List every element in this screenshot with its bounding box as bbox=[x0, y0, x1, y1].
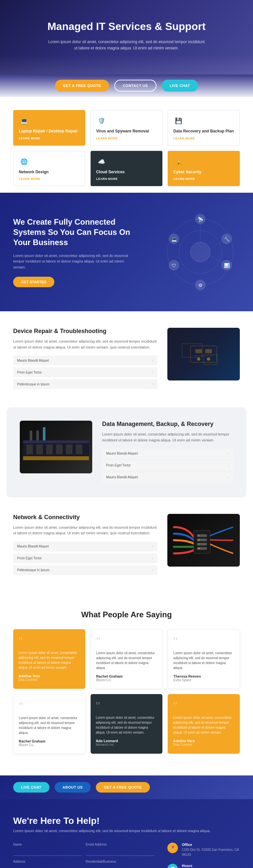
cta-bar: GET A FREE QUOTE CONTACT US LIVE CHAT bbox=[0, 74, 253, 97]
connected-text: We Create Fully Connected Systems So You… bbox=[13, 217, 134, 287]
list-item[interactable]: Mauris Blandit Aliquet › bbox=[13, 355, 157, 365]
svg-text:🛡: 🛡 bbox=[171, 263, 176, 268]
contact-form: Name Email Address Address Residential/B… bbox=[13, 843, 154, 868]
list-item-text: Proin Eget Tortor bbox=[106, 463, 131, 467]
list-item[interactable]: Proin Eget Tortor › bbox=[13, 367, 157, 377]
testimonial-company-5: Monarch Inc bbox=[96, 743, 157, 746]
list-item-text: Proin Eget Tortor bbox=[17, 556, 42, 560]
testimonial-company-3: Extra Space bbox=[173, 678, 234, 682]
testimonial-author-4: Rachel Graham bbox=[19, 739, 80, 743]
svg-text:📡: 📡 bbox=[198, 217, 203, 222]
bottom-about-button[interactable]: ABOUT US bbox=[55, 782, 91, 793]
testimonial-card-5: " Lorem ipsum dolor sit amet, consectetu… bbox=[91, 694, 163, 754]
learn-more-network[interactable]: LEARN MORE bbox=[19, 177, 80, 181]
service-card-virus[interactable]: 🛡️ Virus and Spyware Removal LEARN MORE bbox=[91, 110, 163, 146]
list-item-text: Pellentesque in Ipsum bbox=[17, 382, 50, 386]
name-input[interactable] bbox=[13, 847, 82, 856]
svg-rect-35 bbox=[43, 427, 45, 440]
feature-data-inner: Data Management, Backup, & Recovery Lore… bbox=[20, 421, 233, 484]
office-value: 1235 Divi St. #1000 San Francisco, CA 94… bbox=[182, 847, 240, 857]
arrow-icon: › bbox=[152, 382, 154, 386]
feature-device-repair: Device Repair & Troubleshooting Lorem ip… bbox=[0, 311, 253, 407]
feature-list-data: Mauris Blandit Aliquet › Proin Eget Tort… bbox=[102, 449, 233, 482]
live-chat-button[interactable]: LIVE CHAT bbox=[162, 80, 198, 92]
hero-title: Managed IT Services & Support bbox=[13, 20, 240, 34]
learn-more-data[interactable]: LEARN MORE bbox=[173, 137, 234, 140]
learn-more-cloud[interactable]: LEARN MORE bbox=[96, 177, 157, 181]
svg-point-44 bbox=[198, 548, 200, 549]
svg-point-42 bbox=[198, 539, 200, 540]
residential-input[interactable] bbox=[86, 865, 154, 868]
contact-us-button[interactable]: CONTACT US bbox=[114, 80, 156, 92]
testimonial-card-2: " Lorem ipsum dolor sit amet, consectetu… bbox=[91, 629, 163, 689]
form-group-address: Address bbox=[13, 860, 82, 868]
svg-point-43 bbox=[198, 544, 200, 545]
cloud-icon: ☁️ bbox=[96, 156, 107, 167]
contact-title: We're Here To Help! bbox=[13, 816, 240, 826]
testimonials-grid-top: " Lorem ipsum dolor sit amet, consectetu… bbox=[13, 629, 240, 689]
learn-more-virus[interactable]: LEARN MORE bbox=[96, 137, 157, 140]
cables-svg bbox=[167, 514, 240, 566]
svg-rect-34 bbox=[36, 431, 39, 440]
svg-point-41 bbox=[198, 535, 200, 536]
feature-content-repair: Device Repair & Troubleshooting Lorem ip… bbox=[13, 328, 157, 391]
svg-point-2 bbox=[190, 242, 210, 262]
arrow-icon: › bbox=[152, 370, 154, 375]
testimonial-author-1: Adeline Vere bbox=[19, 674, 80, 678]
form-group-email: Email Address bbox=[86, 843, 154, 856]
list-item[interactable]: Proin Eget Tortor › bbox=[102, 461, 233, 470]
list-item-text: Mauris Blandit Aliquet bbox=[17, 359, 49, 362]
contact-description: Lorem ipsum dolor sit amet, consectetur … bbox=[13, 829, 240, 833]
feature-title-network: Network & Connectivity bbox=[13, 514, 157, 521]
arrow-icon: › bbox=[152, 568, 154, 572]
hours-details: Hours M-F: 8am – 11pm S-S: Closed bbox=[182, 864, 226, 868]
list-item[interactable]: Pellentesque in Ipsum › bbox=[13, 565, 157, 575]
laptop-icon: 💻 bbox=[19, 116, 29, 126]
get-quote-button[interactable]: GET A FREE QUOTE bbox=[55, 80, 109, 92]
list-item[interactable]: Mauris Blandit Aliquet › bbox=[13, 541, 157, 552]
feature-image-repair bbox=[167, 328, 240, 380]
feature-image-data bbox=[20, 421, 92, 473]
quote-icon-6: " bbox=[173, 701, 234, 713]
arrow-icon: › bbox=[152, 358, 154, 363]
testimonial-author-5: Ada Leonard bbox=[96, 739, 157, 743]
arrow-icon: › bbox=[228, 475, 229, 479]
get-started-button[interactable]: GET STARTED bbox=[13, 277, 54, 287]
testimonial-text-6: Lorem ipsum dolor sit amet, consectetur … bbox=[173, 715, 234, 735]
connected-diagram: 📡 🔧 📊 ⚙ 🛡 💻 bbox=[148, 213, 240, 291]
svg-text:📊: 📊 bbox=[224, 263, 230, 269]
list-item[interactable]: Proin Eget Tortor › bbox=[13, 553, 157, 563]
data-icon: 💾 bbox=[173, 116, 184, 126]
testimonial-company-4: Bloom Co. bbox=[19, 743, 80, 747]
hours-label: Hours bbox=[182, 864, 226, 868]
learn-more-laptop[interactable]: LEARN MORE bbox=[19, 137, 80, 140]
svg-text:🔧: 🔧 bbox=[224, 237, 230, 242]
arrow-icon: › bbox=[152, 544, 154, 549]
quote-icon-1: " bbox=[19, 636, 80, 648]
service-title-laptop: Laptop Repair / Desktop Repair bbox=[19, 129, 80, 134]
service-title-network: Network Design bbox=[19, 169, 80, 175]
feature-content-network: Network & Connectivity Lorem ipsum dolor… bbox=[13, 514, 157, 577]
email-input[interactable] bbox=[86, 847, 154, 856]
learn-more-cyber[interactable]: LEARN MORE bbox=[173, 177, 234, 181]
testimonial-company-6: Dna Connect bbox=[173, 743, 234, 746]
list-item[interactable]: Mauris Blandit Aliquet › bbox=[102, 472, 233, 482]
hero-section: Managed IT Services & Support Lorem ipsu… bbox=[0, 0, 253, 74]
service-card-cloud[interactable]: ☁️ Cloud Services LEARN MORE bbox=[91, 151, 163, 186]
ram-svg bbox=[20, 421, 92, 473]
svg-text:⚙: ⚙ bbox=[198, 283, 202, 288]
quote-icon-5: " bbox=[96, 701, 157, 713]
bottom-live-chat-button[interactable]: LIVE CHAT bbox=[13, 782, 50, 793]
service-card-laptop[interactable]: 💻 Laptop Repair / Desktop Repair LEARN M… bbox=[13, 110, 85, 146]
address-input[interactable] bbox=[13, 865, 82, 868]
testimonial-author-2: Rachel Graham bbox=[96, 674, 157, 678]
service-card-cyber[interactable]: 🔒 Cyber Security LEARN MORE bbox=[168, 151, 240, 186]
service-card-data[interactable]: 💾 Data Recovery and Backup Plan LEARN MO… bbox=[168, 110, 240, 146]
testimonial-card-4: " Lorem ipsum dolor sit amet, consectetu… bbox=[13, 694, 85, 754]
service-card-network[interactable]: 🌐 Network Design LEARN MORE bbox=[13, 151, 85, 186]
feature-list-repair: Mauris Blandit Aliquet › Proin Eget Tort… bbox=[13, 355, 157, 389]
list-item[interactable]: Pellentesque in Ipsum › bbox=[13, 379, 157, 389]
list-item[interactable]: Mauris Blandit Aliquet › bbox=[102, 449, 233, 459]
bottom-quote-button[interactable]: GET A FREE QUOTE bbox=[96, 782, 150, 793]
network-icon: 🌐 bbox=[19, 156, 29, 167]
